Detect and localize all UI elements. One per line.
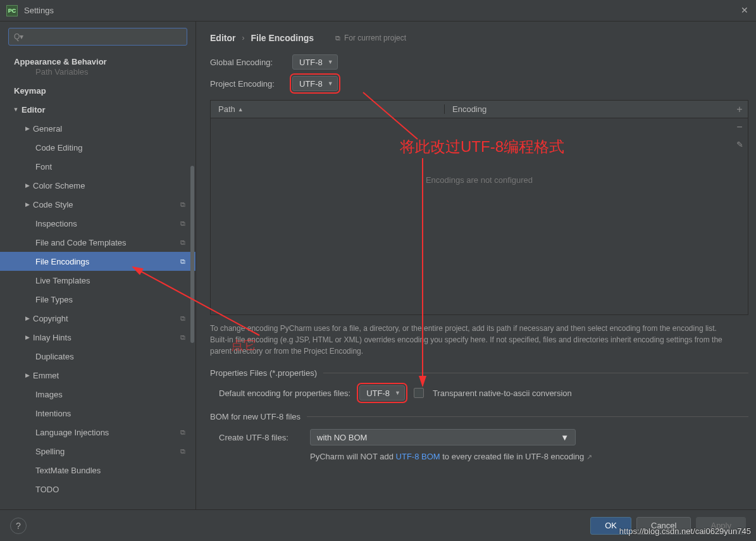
- copy-icon: ⧉: [180, 258, 185, 266]
- sidebar: Q▾ Appearance & Behavior Path Variables …: [0, 22, 196, 509]
- breadcrumb: Editor › File Encodings ⧉For current pro…: [210, 33, 748, 43]
- chevron-right-icon: ▶: [23, 182, 32, 189]
- help-button[interactable]: ?: [10, 518, 27, 534]
- table-empty-state: Encodings are not configured: [211, 118, 748, 185]
- create-utf8-label: Create UTF-8 files:: [219, 433, 301, 442]
- remove-button[interactable]: −: [733, 121, 746, 134]
- chevron-right-icon: ▶: [23, 125, 32, 132]
- sort-asc-icon: ▲: [238, 106, 244, 113]
- global-encoding-label: Global Encoding:: [210, 58, 286, 67]
- bom-legend: BOM for new UTF-8 files: [210, 412, 307, 421]
- sidebar-item-file-templates[interactable]: File and Code Templates⧉: [0, 233, 195, 252]
- project-encoding-label: Project Encoding:: [210, 79, 286, 89]
- copy-icon: ⧉: [180, 447, 185, 456]
- sidebar-item-inspections[interactable]: Inspections⧉: [0, 214, 195, 233]
- sidebar-item-duplicates[interactable]: Duplicates: [0, 347, 195, 366]
- external-link-icon: ↗: [586, 453, 592, 461]
- chevron-right-icon: ›: [242, 34, 244, 42]
- chevron-right-icon: ▶: [23, 201, 32, 208]
- transparent-ascii-checkbox[interactable]: [414, 388, 424, 398]
- add-button[interactable]: +: [733, 103, 746, 116]
- app-icon: PC: [6, 5, 18, 16]
- breadcrumb-part: File Encodings: [251, 33, 314, 43]
- sidebar-item-file-types[interactable]: File Types: [0, 290, 195, 309]
- bom-fieldset: BOM for new UTF-8 files Create UTF-8 fil…: [210, 412, 748, 461]
- sidebar-item-live-templates[interactable]: Live Templates: [0, 271, 195, 290]
- encoding-hint-text: To change encoding PyCharm uses for a fi…: [210, 323, 729, 357]
- sidebar-item-images[interactable]: Images: [0, 385, 195, 404]
- sidebar-item-intentions[interactable]: Intentions: [0, 404, 195, 423]
- project-encoding-select[interactable]: UTF-8▼: [292, 76, 338, 91]
- copy-icon: ⧉: [180, 220, 185, 228]
- copy-icon: ⧉: [180, 428, 185, 437]
- properties-legend: Properties Files (*.properties): [210, 368, 323, 378]
- encoding-table: Path▲ Encoding Encodings are not configu…: [210, 100, 748, 315]
- chevron-down-icon: ▼: [328, 59, 333, 65]
- transparent-ascii-label: Transparent native-to-ascii conversion: [433, 389, 572, 398]
- sidebar-item-inlay-hints[interactable]: ▶Inlay Hints⧉: [0, 328, 195, 347]
- sidebar-item-textmate[interactable]: TextMate Bundles: [0, 461, 195, 480]
- dialog-footer: ? OK Cancel Apply: [0, 509, 756, 541]
- sidebar-item-general[interactable]: ▶General: [0, 119, 195, 138]
- chevron-down-icon: ▼: [11, 106, 20, 113]
- column-path[interactable]: Path▲: [211, 104, 445, 114]
- sidebar-item-code-editing[interactable]: Code Editing: [0, 138, 195, 157]
- copy-icon: ⧉: [180, 333, 185, 342]
- chevron-down-icon: ▼: [395, 390, 400, 396]
- main-panel: Editor › File Encodings ⧉For current pro…: [196, 22, 756, 509]
- sidebar-item-keymap[interactable]: Keymap: [0, 81, 195, 100]
- sidebar-item-emmet[interactable]: ▶Emmet: [0, 366, 195, 385]
- sidebar-item-lang-injections[interactable]: Language Injections⧉: [0, 423, 195, 442]
- create-utf8-select[interactable]: with NO BOM▼: [310, 429, 576, 445]
- properties-encoding-select[interactable]: UTF-8▼: [359, 385, 405, 401]
- properties-fieldset: Properties Files (*.properties) Default …: [210, 368, 748, 401]
- chevron-right-icon: ▶: [23, 315, 32, 321]
- edit-button[interactable]: ✎: [733, 139, 746, 151]
- search-input[interactable]: [8, 28, 187, 46]
- sidebar-item-copyright[interactable]: ▶Copyright⧉: [0, 309, 195, 328]
- copy-icon: ⧉: [180, 201, 185, 209]
- copy-icon: ⧉: [180, 239, 185, 247]
- properties-encoding-label: Default encoding for properties files:: [219, 389, 350, 398]
- title-bar: PC Settings ✕: [0, 0, 756, 22]
- breadcrumb-part: Editor: [210, 33, 235, 43]
- project-hint: ⧉For current project: [335, 34, 406, 42]
- close-icon[interactable]: ✕: [741, 5, 748, 15]
- column-encoding[interactable]: Encoding: [445, 104, 748, 114]
- chevron-down-icon: ▼: [561, 433, 569, 442]
- copy-icon: ⧉: [335, 34, 340, 42]
- chevron-right-icon: ▶: [23, 372, 32, 378]
- sidebar-item-color-scheme[interactable]: ▶Color Scheme: [0, 176, 195, 195]
- watermark: https://blog.csdn.net/cai0629yun745: [619, 526, 751, 536]
- sidebar-item-todo[interactable]: TODO: [0, 480, 195, 499]
- settings-tree: Appearance & Behavior Path Variables Key…: [0, 52, 195, 509]
- scrollbar-thumb[interactable]: [190, 166, 194, 343]
- copy-icon: ⧉: [180, 314, 185, 323]
- global-encoding-select[interactable]: UTF-8▼: [292, 54, 338, 70]
- sidebar-item-file-encodings[interactable]: File Encodings⧉: [0, 252, 195, 271]
- sidebar-item-spelling[interactable]: Spelling⧉: [0, 442, 195, 461]
- chevron-right-icon: ▶: [23, 334, 32, 340]
- bom-note: PyCharm will NOT add UTF-8 BOM to every …: [310, 452, 592, 461]
- sidebar-item-code-style[interactable]: ▶Code Style⧉: [0, 195, 195, 214]
- sidebar-item-editor[interactable]: ▼Editor: [0, 100, 195, 119]
- chevron-down-icon: ▼: [328, 80, 333, 87]
- sidebar-item-font[interactable]: Font: [0, 157, 195, 176]
- window-title: Settings: [24, 6, 54, 15]
- utf8-bom-link[interactable]: UTF-8 BOM: [396, 452, 440, 461]
